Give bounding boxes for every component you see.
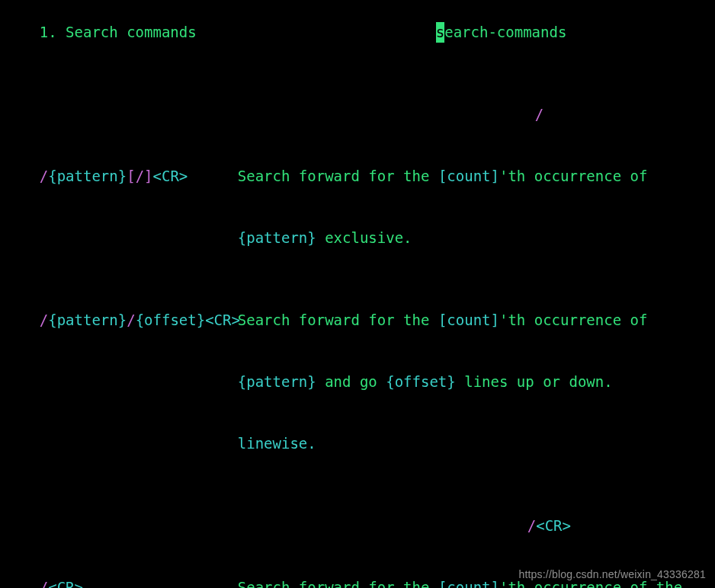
entry-pattern-slash-line2: {pattern} exclusive. [5, 207, 710, 269]
cmd-pattern: {pattern} [48, 312, 127, 328]
cursor-block: s [436, 22, 444, 43]
tag-slash-char: / [527, 517, 536, 534]
section-header: 1. Search commandssearch-commands [5, 2, 710, 63]
desc-text: lines up or down. [456, 373, 613, 390]
cmd-slash: / [40, 579, 48, 588]
desc-pattern: {pattern} [238, 229, 316, 246]
entry-pattern-offset: /{pattern}/{offset}<CR>Search forward fo… [5, 289, 710, 351]
cmd-cr: <CR> [153, 168, 188, 184]
tag-slash-text: / [535, 106, 543, 123]
desc-text: Search forward for the [238, 579, 438, 588]
desc-pattern: {pattern} [238, 373, 316, 390]
desc-offset: {offset} [386, 373, 456, 390]
cmd-slash: / [127, 312, 135, 328]
section-title: 1. Search commands [40, 22, 436, 43]
desc-text: and go [316, 373, 386, 390]
tag-slash-cr: /<CR> [5, 495, 710, 557]
cmd-offset: {offset} [136, 312, 206, 328]
section-tag-rest: earch-commands [444, 24, 566, 40]
desc-text: Search forward for the [238, 168, 438, 184]
desc-count: [count] [438, 168, 499, 184]
cmd-bracket-open: [ [127, 168, 135, 184]
cmd-slash2: / [136, 168, 144, 184]
desc-count: [count] [438, 579, 499, 588]
desc-text: 'th occurrence of [499, 168, 647, 184]
section-tag: search-commands [436, 22, 567, 43]
desc-text: 'th occurrence of [499, 312, 647, 328]
desc-count: [count] [438, 312, 499, 328]
entry-pattern-slash: /{pattern}[/]<CR>Search forward for the … [5, 145, 710, 207]
tag-slash: / [5, 84, 710, 145]
entry-pattern-offset-line2: {pattern} and go {offset} lines up or do… [5, 351, 710, 413]
desc-text: exclusive. [316, 229, 412, 246]
cmd-bracket-close: ] [144, 168, 152, 184]
cmd-cr: <CR> [48, 579, 83, 588]
terminal-screen[interactable]: 1. Search commandssearch-commands / /{pa… [0, 0, 715, 588]
entry-pattern-offset-line3: linewise. [5, 413, 710, 475]
cmd-pattern: {pattern} [48, 168, 127, 184]
tag-cr: <CR> [536, 517, 571, 534]
cmd-cr: <CR> [205, 312, 240, 328]
cmd-slash: / [40, 312, 48, 328]
desc-text: Search forward for the [238, 312, 438, 328]
cmd-slash: / [40, 168, 48, 184]
watermark: https://blog.csdn.net/weixin_43336281 [518, 564, 706, 585]
desc-linewise: linewise. [238, 435, 316, 452]
